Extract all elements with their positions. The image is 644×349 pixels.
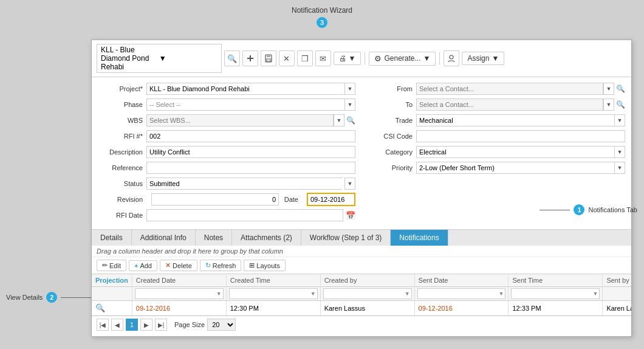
toolbar: KLL - Blue Diamond Pond Rehabi ▼ 🔍 ✕ ❐ ✉… bbox=[92, 40, 631, 77]
col-sent-date: Sent Date bbox=[414, 274, 509, 287]
svg-rect-4 bbox=[267, 59, 270, 61]
project-dropdown-value: KLL - Blue Diamond Pond Rehabi bbox=[101, 46, 159, 71]
description-input[interactable] bbox=[146, 146, 355, 158]
cell-created-time: 12:30 PM bbox=[226, 301, 320, 316]
reference-row: Reference bbox=[98, 161, 355, 174]
filter-created-by-icon[interactable]: ▼ bbox=[403, 291, 411, 297]
phase-input[interactable] bbox=[146, 98, 344, 111]
calendar-icon[interactable]: 📅 bbox=[346, 211, 355, 220]
from-input-arrow[interactable]: ▼ bbox=[603, 83, 614, 95]
filter-sent-time-icon[interactable]: ▼ bbox=[591, 291, 599, 297]
tab-notes[interactable]: Notes bbox=[196, 230, 232, 246]
callout-notifications-tab: 1 Notifications Tab bbox=[540, 204, 637, 215]
reference-input[interactable] bbox=[146, 162, 355, 174]
save-button[interactable] bbox=[261, 50, 276, 66]
status-input[interactable] bbox=[146, 178, 342, 190]
rfi-date-input[interactable] bbox=[146, 209, 343, 221]
description-label: Description bbox=[98, 148, 146, 156]
copy-button[interactable]: ❐ bbox=[297, 50, 313, 66]
search-button[interactable]: 🔍 bbox=[224, 50, 240, 66]
grid-area: Drag a column header and drop it here to… bbox=[92, 246, 631, 333]
col-sent-time: Sent Time bbox=[509, 274, 603, 287]
revision-input[interactable] bbox=[151, 193, 279, 206]
svg-rect-1 bbox=[247, 58, 253, 59]
generate-button[interactable]: ⚙ Generate... ▼ bbox=[369, 52, 436, 66]
tab-additional-info[interactable]: Additional Info bbox=[132, 230, 196, 246]
tab-details[interactable]: Details bbox=[92, 230, 132, 246]
filter-projection bbox=[92, 287, 132, 301]
revision-label: Revision bbox=[98, 196, 146, 203]
callout-1-line bbox=[540, 210, 570, 210]
user-icon-button[interactable] bbox=[444, 50, 459, 66]
wbs-input-arrow[interactable]: ▼ bbox=[334, 114, 344, 126]
to-input-wrap: ▼ bbox=[416, 98, 614, 111]
page-first-button[interactable]: |◀ bbox=[97, 319, 109, 331]
wbs-search-icon[interactable]: 🔍 bbox=[346, 116, 355, 125]
new-button[interactable] bbox=[242, 50, 258, 66]
to-input[interactable] bbox=[416, 98, 603, 111]
edit-button[interactable]: ✏ Edit bbox=[97, 260, 126, 271]
tab-attachments[interactable]: Attachments (2) bbox=[232, 230, 301, 246]
to-input-arrow[interactable]: ▼ bbox=[603, 98, 614, 111]
filter-sent-date-input[interactable] bbox=[418, 290, 498, 298]
assign-dropdown-arrow: ▼ bbox=[492, 54, 499, 63]
rfi-input[interactable] bbox=[146, 130, 355, 142]
from-search-icon[interactable]: 🔍 bbox=[616, 85, 625, 93]
project-input[interactable] bbox=[146, 83, 344, 95]
print-dropdown-arrow: ▼ bbox=[349, 54, 356, 63]
wbs-input-wrap: ▼ bbox=[146, 114, 344, 126]
phase-input-arrow[interactable]: ▼ bbox=[344, 98, 355, 111]
project-input-arrow[interactable]: ▼ bbox=[344, 83, 355, 95]
filter-sent-date-icon[interactable]: ▼ bbox=[498, 291, 505, 297]
layouts-icon: ⊞ bbox=[249, 261, 255, 269]
trade-input[interactable] bbox=[416, 114, 614, 126]
filter-sent-time: ▼ bbox=[509, 287, 603, 301]
filter-created-time-icon[interactable]: ▼ bbox=[309, 291, 317, 297]
tab-workflow[interactable]: Workflow (Step 1 of 3) bbox=[301, 230, 391, 246]
to-search-icon[interactable]: 🔍 bbox=[616, 100, 625, 109]
csi-input[interactable] bbox=[416, 130, 625, 142]
callout-1-label: Notifications Tab bbox=[588, 206, 637, 213]
svg-point-5 bbox=[450, 55, 453, 59]
tab-notifications[interactable]: Notifications bbox=[391, 230, 448, 246]
status-input-arrow[interactable]: ▼ bbox=[344, 178, 355, 190]
assign-button[interactable]: Assign ▼ bbox=[462, 52, 504, 65]
filter-sent-time-input[interactable] bbox=[512, 290, 591, 298]
print-button[interactable]: 🖨 ▼ bbox=[334, 52, 361, 65]
category-input[interactable] bbox=[416, 146, 614, 158]
email-button[interactable]: ✉ bbox=[315, 50, 331, 66]
priority-input-arrow[interactable]: ▼ bbox=[614, 162, 625, 174]
refresh-button[interactable]: ↻ Refresh bbox=[200, 260, 242, 271]
page-prev-button[interactable]: ◀ bbox=[111, 319, 123, 331]
trade-input-arrow[interactable]: ▼ bbox=[614, 114, 625, 126]
refresh-label: Refresh bbox=[213, 262, 236, 269]
layouts-button[interactable]: ⊞ Layouts bbox=[244, 260, 286, 271]
filter-created-by-input[interactable] bbox=[324, 290, 403, 298]
phase-row: Phase ▼ bbox=[98, 98, 355, 111]
page-size-select[interactable]: 20 50 100 bbox=[207, 319, 236, 331]
svg-rect-3 bbox=[267, 55, 270, 57]
page-last-button[interactable]: ▶| bbox=[155, 319, 167, 331]
date-input[interactable] bbox=[307, 193, 355, 206]
priority-input[interactable] bbox=[416, 162, 614, 174]
wbs-input[interactable] bbox=[146, 114, 334, 126]
status-row: Status ▼ bbox=[98, 177, 355, 190]
category-input-arrow[interactable]: ▼ bbox=[614, 146, 625, 158]
cell-projection[interactable]: 🔍 bbox=[92, 301, 132, 316]
page-1-button[interactable]: 1 bbox=[126, 319, 138, 331]
close-button[interactable]: ✕ bbox=[279, 50, 295, 66]
delete-button[interactable]: ✕ Delete bbox=[160, 260, 197, 271]
callout-2-label: View Details bbox=[6, 294, 43, 301]
project-dropdown[interactable]: KLL - Blue Diamond Pond Rehabi ▼ bbox=[97, 44, 222, 73]
edit-label: Edit bbox=[109, 262, 121, 269]
trade-label: Trade bbox=[368, 117, 416, 124]
filter-created-time-input[interactable] bbox=[230, 290, 309, 298]
filter-created-date-input[interactable] bbox=[135, 290, 215, 298]
from-row: From ▼ 🔍 bbox=[368, 82, 625, 95]
filter-created-date-icon[interactable]: ▼ bbox=[215, 291, 223, 297]
from-input[interactable] bbox=[416, 83, 603, 95]
cell-sent-time: 12:33 PM bbox=[509, 301, 603, 316]
page-next-button[interactable]: ▶ bbox=[140, 319, 152, 331]
add-button[interactable]: + Add bbox=[129, 260, 157, 271]
table-row[interactable]: 🔍 09-12-2016 12:30 PM Karen Lassus 09-12… bbox=[92, 301, 631, 316]
